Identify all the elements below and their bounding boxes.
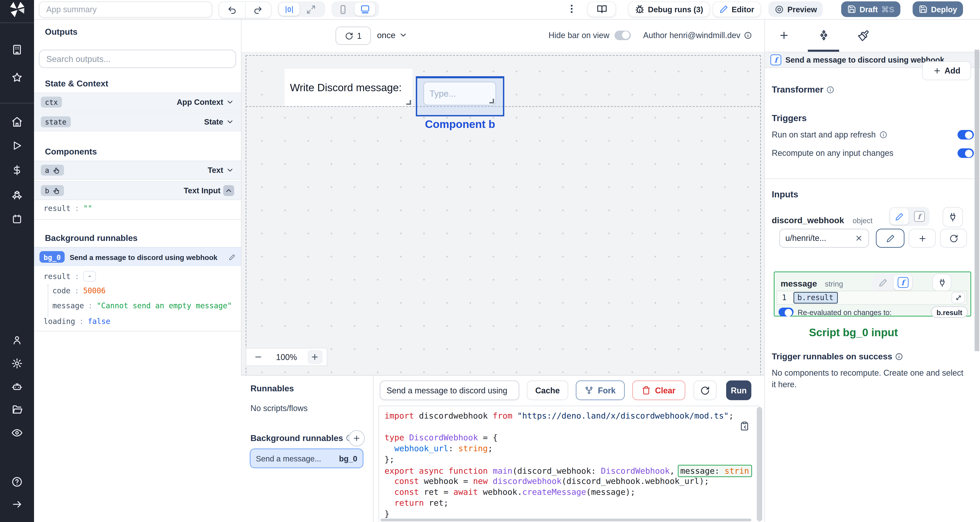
copy-clipboard-icon[interactable] bbox=[740, 421, 749, 431]
reeval-target-chip[interactable]: b.result bbox=[931, 306, 968, 318]
b-result-row[interactable]: result: "" bbox=[43, 204, 92, 213]
chevron-down-icon[interactable] bbox=[226, 118, 234, 126]
home-icon[interactable] bbox=[11, 116, 23, 128]
zoom-level: 100% bbox=[276, 352, 297, 362]
resource-value-box[interactable]: u/henri/te... bbox=[779, 229, 869, 248]
text-component-a[interactable]: Write Discord message: bbox=[285, 69, 412, 106]
bg0-runnable-item[interactable]: Send a message... bg_0 bbox=[250, 449, 363, 468]
info-icon[interactable] bbox=[826, 86, 834, 94]
script-name-input[interactable] bbox=[380, 381, 519, 399]
resize-handle[interactable] bbox=[406, 100, 411, 105]
run-button[interactable]: Run bbox=[726, 380, 751, 400]
add-transformer-button[interactable]: Add bbox=[922, 61, 971, 80]
bg0-result-row[interactable]: result: - bbox=[43, 271, 96, 282]
static-pencil-icon[interactable] bbox=[874, 275, 892, 290]
edit-pencil-icon[interactable] bbox=[229, 254, 235, 261]
app-summary-field[interactable] bbox=[39, 2, 212, 18]
text-input-component[interactable] bbox=[423, 82, 496, 105]
insert-plus-tab[interactable] bbox=[776, 27, 792, 43]
add-background-runnable-button[interactable] bbox=[348, 430, 365, 446]
chevron-down-icon[interactable] bbox=[226, 98, 234, 106]
desktop-view-icon[interactable] bbox=[355, 3, 375, 16]
editor-tab-button[interactable]: Editor bbox=[713, 2, 761, 17]
runnable-item-badge: bg_0 bbox=[339, 454, 357, 463]
settings-components-tab[interactable] bbox=[815, 27, 832, 43]
type-input[interactable] bbox=[424, 82, 495, 105]
frequency-select[interactable]: once bbox=[377, 27, 408, 43]
workers-robot-icon[interactable] bbox=[11, 381, 23, 393]
favorites-star-icon[interactable] bbox=[11, 72, 23, 83]
code-editor[interactable]: import discordwebhook from "https://deno… bbox=[379, 406, 759, 522]
resources-boxes-icon[interactable] bbox=[11, 189, 23, 201]
run-on-start-toggle[interactable] bbox=[958, 130, 974, 140]
audit-eye-icon[interactable] bbox=[11, 427, 23, 439]
bg0-runnable-row[interactable]: bg_0 Send a message to discord using web… bbox=[34, 247, 241, 266]
inspector-scrollbar[interactable] bbox=[975, 50, 979, 351]
user-icon[interactable] bbox=[11, 335, 22, 346]
more-options-kebab-icon[interactable] bbox=[566, 3, 577, 17]
refresh-resource-button[interactable] bbox=[940, 229, 967, 248]
fork-button[interactable]: Fork bbox=[576, 380, 625, 400]
state-row[interactable]: state State bbox=[34, 112, 241, 131]
component-b-row[interactable]: b Text Input bbox=[34, 181, 241, 200]
chevron-up-icon[interactable] bbox=[223, 185, 234, 196]
deploy-button[interactable]: Deploy bbox=[913, 2, 963, 17]
component-a-row[interactable]: a Text bbox=[34, 161, 241, 180]
app-summary-input[interactable] bbox=[40, 2, 212, 17]
variables-dollar-icon[interactable] bbox=[11, 165, 22, 176]
connect-plug-icon[interactable] bbox=[943, 207, 963, 227]
cache-button[interactable]: Cache bbox=[527, 380, 568, 400]
hide-bar-toggle[interactable] bbox=[615, 30, 631, 40]
info-icon[interactable] bbox=[895, 353, 903, 361]
schedules-calendar-icon[interactable] bbox=[11, 214, 22, 224]
connect-plug-icon[interactable] bbox=[932, 274, 951, 291]
info-icon[interactable] bbox=[744, 31, 752, 39]
zoom-in-button[interactable] bbox=[308, 350, 323, 364]
undo-button[interactable] bbox=[219, 2, 245, 18]
collapse-arrow-icon[interactable] bbox=[11, 499, 22, 510]
center-align-toggle[interactable] bbox=[279, 3, 299, 16]
recompute-toggle[interactable] bbox=[958, 148, 974, 158]
windmill-logo-icon[interactable] bbox=[8, 1, 26, 21]
script-name-field[interactable] bbox=[380, 380, 519, 400]
settings-gear-icon[interactable] bbox=[11, 358, 23, 369]
runnables-empty-label: No scripts/flows bbox=[250, 404, 308, 413]
ctx-row[interactable]: ctx App Context bbox=[34, 92, 241, 111]
search-outputs-field[interactable] bbox=[39, 50, 236, 68]
debug-runs-button[interactable]: Debug runs (3) bbox=[628, 2, 710, 17]
chevron-down-icon[interactable] bbox=[226, 166, 234, 174]
refresh-script-button[interactable] bbox=[694, 380, 717, 400]
reeval-toggle[interactable] bbox=[778, 308, 794, 317]
collapse-dash-button[interactable]: - bbox=[83, 271, 96, 282]
runs-play-icon[interactable] bbox=[11, 140, 22, 151]
static-pencil-icon[interactable] bbox=[890, 208, 908, 224]
folders-icon[interactable] bbox=[11, 404, 23, 415]
zoom-out-button[interactable] bbox=[250, 350, 266, 364]
help-icon[interactable] bbox=[11, 476, 23, 488]
refresh-count-button[interactable]: 1 bbox=[336, 27, 371, 45]
editor-scrollbar[interactable] bbox=[757, 407, 762, 521]
mobile-view-icon[interactable] bbox=[333, 3, 353, 16]
horizontal-scrollbar[interactable] bbox=[380, 519, 751, 521]
clear-x-icon[interactable] bbox=[855, 234, 863, 242]
selected-component-b[interactable] bbox=[416, 76, 504, 116]
expand-icon[interactable] bbox=[951, 292, 965, 304]
search-outputs-input[interactable] bbox=[40, 50, 235, 67]
add-resource-button[interactable] bbox=[908, 229, 936, 248]
eval-function-icon[interactable]: f bbox=[910, 208, 928, 224]
divider bbox=[34, 219, 241, 220]
info-icon[interactable] bbox=[879, 130, 887, 139]
resize-handle[interactable] bbox=[489, 99, 494, 103]
docs-book-button[interactable] bbox=[587, 2, 616, 17]
expression-value[interactable]: b.result bbox=[793, 292, 838, 304]
workspace-icon[interactable] bbox=[11, 44, 23, 56]
eval-function-icon[interactable]: f bbox=[894, 275, 912, 290]
theme-brush-tab[interactable] bbox=[855, 27, 871, 43]
preview-tab-button[interactable]: Preview bbox=[768, 2, 823, 17]
expression-editor-row[interactable]: 1 b.result bbox=[776, 291, 967, 305]
clear-button[interactable]: Clear bbox=[632, 380, 685, 400]
edit-resource-pencil-button[interactable] bbox=[876, 229, 904, 248]
redo-button[interactable] bbox=[245, 2, 271, 18]
fullscreen-icon[interactable] bbox=[301, 3, 321, 16]
draft-save-button[interactable]: Draft ⌘S bbox=[841, 2, 900, 17]
